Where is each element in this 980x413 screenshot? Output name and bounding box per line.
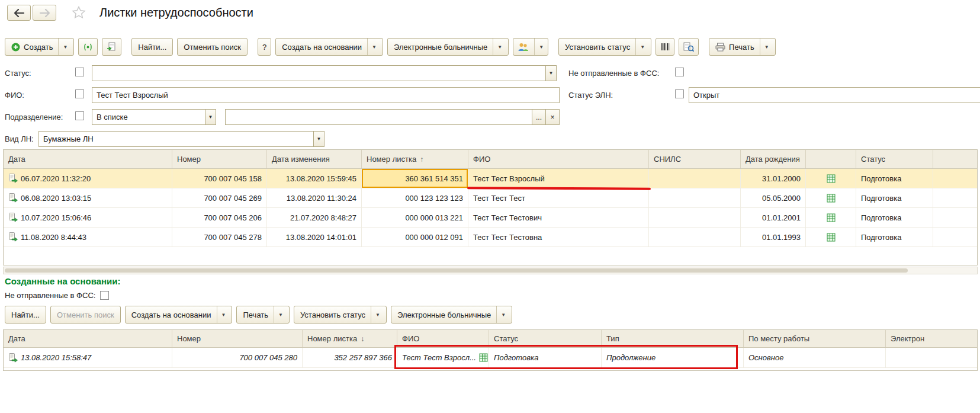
- cell-modified[interactable]: 13.08.2020 14:01:01: [267, 228, 362, 246]
- department-filter-checkbox[interactable]: [75, 111, 84, 120]
- column-header[interactable]: [806, 150, 856, 168]
- load-document-button[interactable]: [102, 38, 121, 56]
- cell-sheet[interactable]: 000 123 123 123: [362, 188, 468, 207]
- cell-birth[interactable]: 05.05.2000: [741, 188, 806, 207]
- cell-fio[interactable]: Тест Тест Тест: [468, 188, 649, 207]
- set-status-button-2[interactable]: Установить статус ▼: [294, 306, 387, 324]
- column-header[interactable]: Статус: [856, 150, 933, 168]
- cell-status[interactable]: Подготовка: [856, 188, 933, 207]
- cell-snils[interactable]: [649, 188, 741, 207]
- print-button-2[interactable]: Печать ▼: [236, 306, 290, 324]
- preview-button[interactable]: [679, 38, 699, 56]
- column-header[interactable]: Номер листка↓: [303, 330, 397, 347]
- find-button-2[interactable]: Найти...: [5, 306, 46, 324]
- cell-sheet[interactable]: 360 361 514 351: [362, 169, 468, 188]
- ellipsis-button[interactable]: ...: [532, 110, 545, 124]
- eln-status-checkbox[interactable]: [675, 89, 684, 98]
- cell-fio[interactable]: Тест Тест Взрослый: [468, 169, 649, 188]
- cell-modified[interactable]: 13.08.2020 11:30:24: [267, 188, 362, 207]
- cell-fio[interactable]: Тест Тест Взросл...: [397, 348, 489, 367]
- cell-date[interactable]: 06.07.2020 11:32:20: [4, 169, 172, 188]
- cell-birth[interactable]: 01.01.2001: [741, 208, 806, 227]
- cell-status[interactable]: Подготовка: [856, 228, 933, 246]
- not-sent-fss-checkbox-2[interactable]: [100, 291, 109, 300]
- cell-sheet[interactable]: 000 000 012 091: [362, 228, 468, 246]
- cell-icon[interactable]: [886, 348, 978, 367]
- print-button[interactable]: Печать ▼: [709, 38, 776, 56]
- column-header[interactable]: Номер: [172, 330, 303, 347]
- cell-icon[interactable]: [933, 169, 978, 188]
- table-row[interactable]: 06.08.2020 13:03:15700 007 045 26913.08.…: [4, 188, 977, 208]
- back-button[interactable]: [7, 5, 31, 21]
- cell-number[interactable]: 700 007 045 280: [172, 348, 303, 367]
- cell-snils[interactable]: [649, 169, 741, 188]
- exchange-button[interactable]: [78, 38, 98, 56]
- cell-fio[interactable]: Тест Тест Тестович: [468, 208, 649, 227]
- fio-filter-input[interactable]: [92, 87, 560, 103]
- column-header[interactable]: Дата изменения: [267, 150, 362, 168]
- chevron-down-icon[interactable]: ▼: [205, 110, 216, 124]
- fio-filter-checkbox[interactable]: [75, 89, 84, 98]
- eln-status-combobox[interactable]: Открыт: [689, 87, 980, 103]
- column-header[interactable]: По месту работы: [744, 330, 886, 347]
- cell-modified[interactable]: 21.07.2020 8:48:27: [267, 208, 362, 227]
- column-header[interactable]: [933, 150, 978, 168]
- cell-icon[interactable]: [933, 208, 978, 227]
- chevron-down-icon[interactable]: ▼: [545, 66, 556, 81]
- electronic-sick-notes-button[interactable]: Электронные больничные ▼: [387, 38, 509, 56]
- cell-icon[interactable]: [806, 228, 856, 246]
- column-header[interactable]: ФИО: [397, 330, 489, 347]
- cell-snils[interactable]: [649, 208, 741, 227]
- status-filter-checkbox[interactable]: [75, 68, 84, 76]
- set-status-button[interactable]: Установить статус ▼: [558, 38, 651, 56]
- column-header[interactable]: Дата: [4, 150, 172, 168]
- cell-workplace[interactable]: Основное: [744, 348, 886, 367]
- cell-icon[interactable]: [933, 228, 978, 246]
- cell-modified[interactable]: 13.08.2020 15:59:45: [267, 169, 362, 188]
- cell-status[interactable]: Подготовка: [489, 348, 602, 367]
- column-header[interactable]: Статус: [489, 330, 602, 347]
- cell-fio[interactable]: Тест Тест Тестовна: [468, 228, 649, 246]
- not-sent-fss-checkbox[interactable]: [675, 68, 684, 76]
- cell-sheet[interactable]: 000 000 013 221: [362, 208, 468, 227]
- table-row[interactable]: 13.08.2020 15:58:47700 007 045 280352 25…: [4, 348, 977, 368]
- barcode-button[interactable]: [656, 38, 674, 56]
- status-filter-combobox[interactable]: ▼: [92, 65, 557, 81]
- table-row[interactable]: 11.08.2020 8:44:43700 007 045 27813.08.2…: [4, 228, 977, 247]
- cell-icon[interactable]: [806, 208, 856, 227]
- cell-number[interactable]: 700 007 045 278: [172, 228, 267, 246]
- find-button[interactable]: Найти...: [131, 38, 173, 56]
- cell-birth[interactable]: 01.01.1993: [741, 228, 806, 246]
- cell-type[interactable]: Продолжение: [602, 348, 744, 367]
- cell-icon[interactable]: [806, 188, 856, 207]
- scrollbar-thumb[interactable]: [5, 268, 908, 273]
- column-header[interactable]: Тип: [602, 330, 744, 347]
- cell-number[interactable]: 700 007 045 269: [172, 188, 267, 207]
- cell-date[interactable]: 11.08.2020 8:44:43: [4, 228, 172, 246]
- forward-button[interactable]: [33, 5, 56, 21]
- horizontal-scrollbar[interactable]: [3, 267, 978, 274]
- cancel-search-button[interactable]: Отменить поиск: [177, 38, 248, 56]
- cell-icon[interactable]: [933, 188, 978, 207]
- help-button[interactable]: ?: [258, 38, 271, 56]
- department-mode-combobox[interactable]: В списке ▼: [92, 109, 216, 125]
- favorite-star-icon[interactable]: [71, 5, 86, 20]
- create-based-on-button-2[interactable]: Создать на основании ▼: [125, 306, 233, 324]
- cell-date[interactable]: 13.08.2020 15:58:47: [4, 348, 172, 367]
- column-header[interactable]: ФИО: [468, 150, 649, 168]
- cancel-search-button-2[interactable]: Отменить поиск: [50, 306, 121, 324]
- column-header[interactable]: Электрон: [886, 330, 978, 347]
- table-row[interactable]: 06.07.2020 11:32:20700 007 045 15813.08.…: [4, 169, 977, 188]
- cell-birth[interactable]: 31.01.2000: [741, 169, 806, 188]
- create-button[interactable]: Создать ▼: [5, 38, 74, 56]
- cell-snils[interactable]: [649, 228, 741, 246]
- clear-icon[interactable]: ×: [545, 110, 559, 124]
- column-header[interactable]: Номер: [172, 150, 267, 168]
- cell-date[interactable]: 10.07.2020 15:06:46: [4, 208, 172, 227]
- cell-icon[interactable]: [806, 169, 856, 188]
- kind-combobox[interactable]: Бумажные ЛН ▼: [38, 131, 324, 147]
- employees-button[interactable]: ▼: [513, 38, 548, 56]
- column-header[interactable]: Дата: [4, 330, 172, 347]
- cell-sheet[interactable]: 352 257 897 366: [303, 348, 397, 367]
- cell-date[interactable]: 06.08.2020 13:03:15: [4, 188, 172, 207]
